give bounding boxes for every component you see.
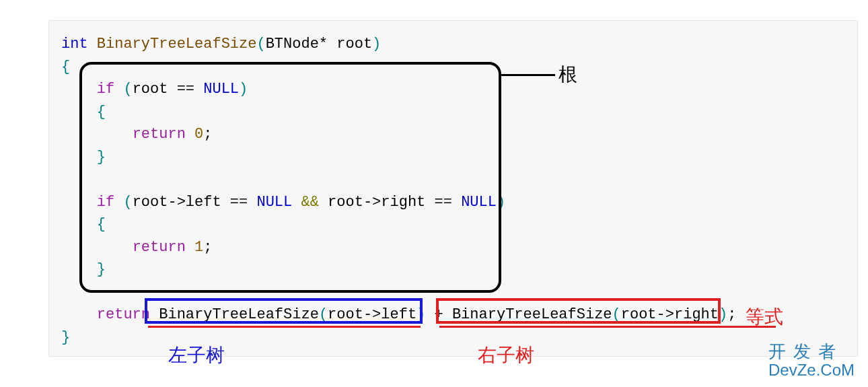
param-name: root [336, 36, 372, 52]
if2-left: root->left [133, 194, 221, 211]
return-type: int [61, 36, 88, 52]
label-equation: 等式 [746, 304, 783, 330]
return-kw-0: return [133, 126, 186, 143]
call-right-arg: root->right [621, 306, 719, 323]
return-val-0: 0 [194, 126, 203, 143]
return-val-1: 1 [194, 239, 203, 256]
label-right: 右子树 [478, 343, 534, 368]
return-kw-2: return [97, 306, 150, 323]
if1-eq: == [177, 81, 194, 98]
null-3: NULL [461, 194, 497, 211]
call-right-name: BinaryTreeLeafSize [452, 306, 612, 323]
watermark-line1: 开 发 者 [768, 342, 855, 361]
if-keyword: if [97, 81, 114, 98]
return-kw-1: return [133, 239, 186, 256]
label-root: 根 [558, 62, 577, 87]
if-keyword-2: if [97, 194, 114, 211]
watermark-line2: DevZe.CoM [768, 361, 855, 379]
if1-left: root [133, 81, 168, 98]
label-left: 左子树 [168, 343, 225, 368]
function-name: BinaryTreeLeafSize [97, 36, 257, 52]
call-left-name: BinaryTreeLeafSize [159, 306, 319, 323]
null-1: NULL [203, 81, 239, 98]
plus-op: + [435, 306, 443, 323]
underline-right [439, 326, 776, 328]
code-block: int BinaryTreeLeafSize(BTNode* root) { i… [48, 20, 858, 357]
if2-eq1: == [230, 194, 248, 211]
underline-left [148, 326, 421, 328]
watermark: 开 发 者 DevZe.CoM [768, 342, 855, 379]
if2-eq2: == [435, 194, 452, 211]
call-left-arg: root->left [328, 306, 417, 323]
and-op: && [301, 194, 318, 211]
if2-right: root->right [328, 194, 425, 211]
param-type: BTNode* [266, 36, 328, 52]
connector-root-h [501, 74, 555, 76]
null-2: NULL [256, 194, 292, 211]
